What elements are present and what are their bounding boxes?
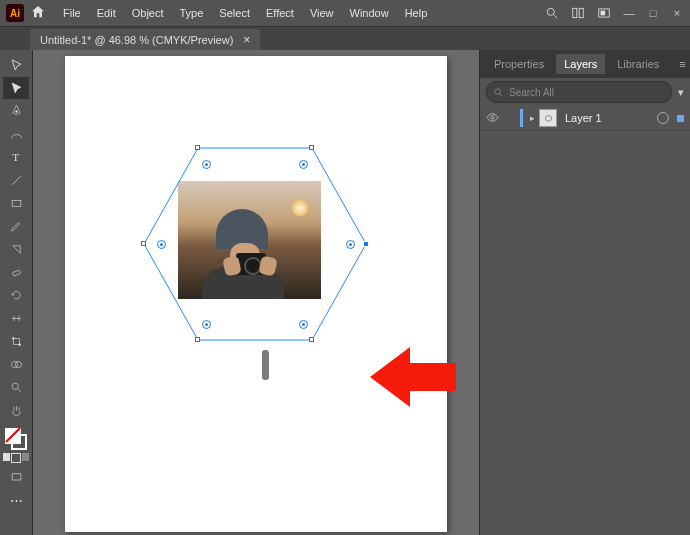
selection-indicator[interactable] [677,115,684,122]
menu-help[interactable]: Help [398,4,435,22]
layers-search-input[interactable]: Search All [486,81,672,103]
menu-bar: Ai File Edit Object Type Select Effect V… [0,0,690,27]
svg-rect-11 [13,338,19,344]
svg-point-12 [12,337,14,339]
anchor-point[interactable] [309,145,314,150]
right-panel: Properties Layers Libraries ≡ Search All… [479,50,690,535]
shaper-tool[interactable] [3,238,29,260]
type-tool[interactable]: T [3,146,29,168]
svg-marker-19 [144,148,366,340]
close-window-button[interactable]: × [670,7,684,19]
live-corner-widget[interactable] [299,320,308,329]
anchor-point[interactable] [141,241,146,246]
arrange-doc-icon[interactable] [570,5,586,21]
svg-point-6 [15,110,17,112]
svg-point-13 [18,343,20,345]
live-corner-widget[interactable] [157,240,166,249]
fill-stroke-control[interactable] [3,426,29,452]
visibility-icon[interactable] [486,111,499,126]
svg-point-15 [15,361,21,367]
layer-row[interactable]: ▸ ⬡ Layer 1 [480,106,690,131]
tab-properties[interactable]: Properties [486,54,552,74]
svg-point-21 [495,88,501,94]
document-tab-bar: Untitled-1* @ 46.98 % (CMYK/Preview) × [0,27,690,51]
paintbrush-tool[interactable] [3,215,29,237]
anchor-point[interactable] [195,337,200,342]
free-transform-tool[interactable] [3,330,29,352]
width-tool[interactable] [3,307,29,329]
selection-tool[interactable] [3,54,29,76]
hexagon-path[interactable] [140,144,370,354]
menu-select[interactable]: Select [212,4,257,22]
workspace-icon[interactable] [596,5,612,21]
screen-mode[interactable] [3,466,29,488]
minimize-button[interactable]: — [622,7,636,19]
tutorial-arrow [370,341,460,413]
close-tab-icon[interactable]: × [243,33,250,47]
menu-object[interactable]: Object [125,4,171,22]
target-icon[interactable] [657,112,669,124]
menu-edit[interactable]: Edit [90,4,123,22]
svg-point-0 [547,8,554,15]
pen-tool[interactable] [3,100,29,122]
svg-point-14 [11,361,17,367]
live-corner-widget[interactable] [202,320,211,329]
svg-line-17 [17,388,20,391]
menu-effect[interactable]: Effect [259,4,301,22]
svg-point-16 [12,383,18,389]
live-corner-widget[interactable] [202,160,211,169]
zoom-tool[interactable] [3,376,29,398]
svg-rect-2 [573,8,577,17]
svg-rect-5 [601,11,606,16]
expand-chevron[interactable]: ▸ [530,113,535,123]
rotate-tool[interactable] [3,284,29,306]
tab-libraries[interactable]: Libraries [609,54,667,74]
menu-type[interactable]: Type [173,4,211,22]
svg-text:T: T [12,151,19,163]
panel-tabs: Properties Layers Libraries ≡ [480,50,690,78]
vertical-scrollbar-thumb[interactable] [262,350,269,380]
svg-line-22 [500,93,502,95]
rectangle-tool[interactable] [3,192,29,214]
search-icon[interactable] [544,5,560,21]
canvas-area[interactable] [33,50,479,535]
svg-rect-3 [579,8,583,17]
svg-rect-9 [12,200,21,206]
shape-builder-tool[interactable] [3,353,29,375]
tools-panel: T ⋯ [0,50,33,535]
filter-icon[interactable]: ▾ [678,86,684,99]
app-logo: Ai [6,4,24,22]
main-menu: File Edit Object Type Select Effect View… [56,4,434,22]
search-placeholder: Search All [509,87,554,98]
menu-view[interactable]: View [303,4,341,22]
direct-selection-tool[interactable] [3,77,29,99]
svg-point-23 [491,115,494,118]
svg-line-1 [554,15,558,19]
hand-tool[interactable] [3,399,29,421]
artboard[interactable] [65,56,447,532]
home-icon[interactable] [30,4,46,22]
menu-window[interactable]: Window [343,4,396,22]
live-corner-widget[interactable] [299,160,308,169]
selection-color-bar [520,109,523,127]
document-tab[interactable]: Untitled-1* @ 46.98 % (CMYK/Preview) × [30,29,260,51]
eraser-tool[interactable] [3,261,29,283]
panel-menu-icon[interactable]: ≡ [671,54,690,74]
layer-thumbnail[interactable]: ⬡ [539,109,557,127]
line-segment-tool[interactable] [3,169,29,191]
edit-toolbar[interactable]: ⋯ [3,489,29,511]
svg-rect-10 [12,270,20,276]
curvature-tool[interactable] [3,123,29,145]
document-tab-title: Untitled-1* @ 46.98 % (CMYK/Preview) [40,34,233,46]
svg-rect-18 [12,473,21,479]
draw-modes[interactable] [3,453,29,465]
anchor-point[interactable] [309,337,314,342]
svg-line-8 [12,176,21,185]
live-corner-widget[interactable] [346,240,355,249]
menu-file[interactable]: File [56,4,88,22]
maximize-button[interactable]: □ [646,7,660,19]
tab-layers[interactable]: Layers [556,54,605,74]
anchor-point[interactable] [195,145,200,150]
bounding-box-handle[interactable] [363,241,369,247]
layer-name[interactable]: Layer 1 [565,112,653,124]
